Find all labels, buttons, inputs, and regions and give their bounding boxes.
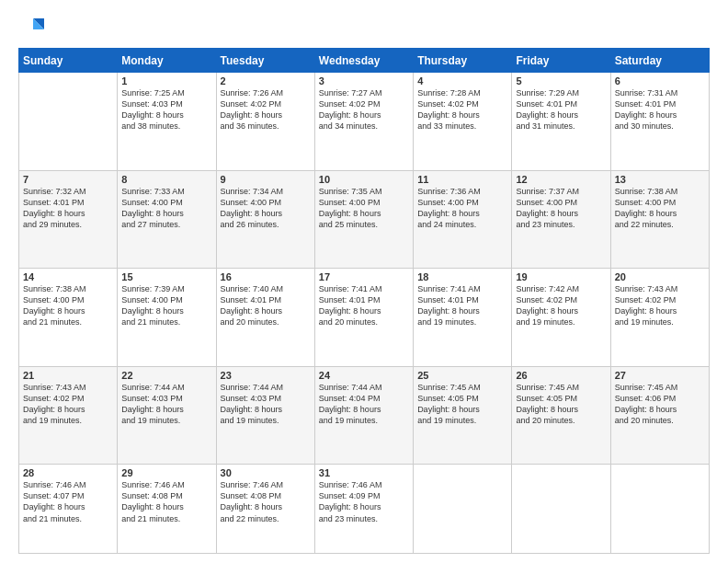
calendar-cell: 14Sunrise: 7:38 AM Sunset: 4:00 PM Dayli… <box>19 269 118 367</box>
day-of-week-header: Saturday <box>610 49 709 73</box>
day-number: 23 <box>221 370 311 381</box>
day-number: 12 <box>516 174 606 185</box>
day-info: Sunrise: 7:44 AM Sunset: 4:03 PM Dayligh… <box>221 382 311 427</box>
day-info: Sunrise: 7:31 AM Sunset: 4:01 PM Dayligh… <box>615 87 705 132</box>
calendar-cell: 11Sunrise: 7:36 AM Sunset: 4:00 PM Dayli… <box>414 170 512 269</box>
calendar-cell: 2Sunrise: 7:26 AM Sunset: 4:02 PM Daylig… <box>216 73 314 171</box>
calendar-week-row: 1Sunrise: 7:25 AM Sunset: 4:03 PM Daylig… <box>19 73 710 171</box>
day-info: Sunrise: 7:43 AM Sunset: 4:02 PM Dayligh… <box>23 382 113 427</box>
day-number: 1 <box>121 75 211 86</box>
calendar-header-row: SundayMondayTuesdayWednesdayThursdayFrid… <box>19 49 710 73</box>
logo <box>18 15 48 40</box>
day-info: Sunrise: 7:46 AM Sunset: 4:08 PM Dayligh… <box>221 479 311 524</box>
day-info: Sunrise: 7:41 AM Sunset: 4:01 PM Dayligh… <box>417 283 507 328</box>
day-number: 16 <box>221 271 311 282</box>
calendar-cell: 1Sunrise: 7:25 AM Sunset: 4:03 PM Daylig… <box>118 73 216 171</box>
day-info: Sunrise: 7:46 AM Sunset: 4:07 PM Dayligh… <box>23 479 113 524</box>
day-number: 31 <box>319 467 409 478</box>
calendar-cell: 21Sunrise: 7:43 AM Sunset: 4:02 PM Dayli… <box>19 366 118 465</box>
day-number: 4 <box>417 75 507 86</box>
day-number: 22 <box>121 370 211 381</box>
page: SundayMondayTuesdayWednesdayThursdayFrid… <box>0 0 728 563</box>
calendar-cell: 3Sunrise: 7:27 AM Sunset: 4:02 PM Daylig… <box>314 73 413 171</box>
calendar-cell: 19Sunrise: 7:42 AM Sunset: 4:02 PM Dayli… <box>512 269 610 367</box>
day-info: Sunrise: 7:33 AM Sunset: 4:00 PM Dayligh… <box>121 186 211 231</box>
day-number: 14 <box>23 271 113 282</box>
day-number: 15 <box>121 271 211 282</box>
day-number: 26 <box>516 370 606 381</box>
day-number: 6 <box>615 75 705 86</box>
day-number: 9 <box>221 174 311 185</box>
day-info: Sunrise: 7:26 AM Sunset: 4:02 PM Dayligh… <box>221 87 311 132</box>
day-number: 3 <box>319 75 409 86</box>
day-info: Sunrise: 7:35 AM Sunset: 4:00 PM Dayligh… <box>319 186 409 231</box>
day-number: 2 <box>221 75 311 86</box>
day-number: 25 <box>417 370 507 381</box>
calendar-cell: 17Sunrise: 7:41 AM Sunset: 4:01 PM Dayli… <box>314 269 413 367</box>
day-info: Sunrise: 7:38 AM Sunset: 4:00 PM Dayligh… <box>615 186 705 231</box>
calendar-cell: 30Sunrise: 7:46 AM Sunset: 4:08 PM Dayli… <box>216 465 314 554</box>
day-info: Sunrise: 7:27 AM Sunset: 4:02 PM Dayligh… <box>319 87 409 132</box>
calendar-cell: 27Sunrise: 7:45 AM Sunset: 4:06 PM Dayli… <box>610 366 709 465</box>
calendar-cell: 15Sunrise: 7:39 AM Sunset: 4:00 PM Dayli… <box>118 269 216 367</box>
calendar-cell: 22Sunrise: 7:44 AM Sunset: 4:03 PM Dayli… <box>118 366 216 465</box>
day-number: 21 <box>23 370 113 381</box>
day-number: 10 <box>319 174 409 185</box>
day-info: Sunrise: 7:46 AM Sunset: 4:08 PM Dayligh… <box>121 479 211 524</box>
calendar-cell: 12Sunrise: 7:37 AM Sunset: 4:00 PM Dayli… <box>512 170 610 269</box>
day-info: Sunrise: 7:38 AM Sunset: 4:00 PM Dayligh… <box>23 283 113 328</box>
day-of-week-header: Wednesday <box>314 49 413 73</box>
day-info: Sunrise: 7:43 AM Sunset: 4:02 PM Dayligh… <box>615 283 705 328</box>
day-info: Sunrise: 7:28 AM Sunset: 4:02 PM Dayligh… <box>417 87 507 132</box>
day-number: 27 <box>615 370 705 381</box>
calendar-cell: 23Sunrise: 7:44 AM Sunset: 4:03 PM Dayli… <box>216 366 314 465</box>
calendar-cell: 4Sunrise: 7:28 AM Sunset: 4:02 PM Daylig… <box>414 73 512 171</box>
day-number: 11 <box>417 174 507 185</box>
day-info: Sunrise: 7:29 AM Sunset: 4:01 PM Dayligh… <box>516 87 606 132</box>
calendar-cell: 20Sunrise: 7:43 AM Sunset: 4:02 PM Dayli… <box>610 269 709 367</box>
day-info: Sunrise: 7:34 AM Sunset: 4:00 PM Dayligh… <box>221 186 311 231</box>
day-number: 18 <box>417 271 507 282</box>
day-info: Sunrise: 7:40 AM Sunset: 4:01 PM Dayligh… <box>221 283 311 328</box>
day-number: 7 <box>23 174 113 185</box>
calendar-cell: 24Sunrise: 7:44 AM Sunset: 4:04 PM Dayli… <box>314 366 413 465</box>
day-info: Sunrise: 7:46 AM Sunset: 4:09 PM Dayligh… <box>319 479 409 524</box>
calendar-cell <box>414 465 512 554</box>
calendar-week-row: 7Sunrise: 7:32 AM Sunset: 4:01 PM Daylig… <box>19 170 710 269</box>
calendar-cell: 10Sunrise: 7:35 AM Sunset: 4:00 PM Dayli… <box>314 170 413 269</box>
calendar-cell: 31Sunrise: 7:46 AM Sunset: 4:09 PM Dayli… <box>314 465 413 554</box>
calendar-cell: 6Sunrise: 7:31 AM Sunset: 4:01 PM Daylig… <box>610 73 709 171</box>
day-number: 20 <box>615 271 705 282</box>
day-info: Sunrise: 7:37 AM Sunset: 4:00 PM Dayligh… <box>516 186 606 231</box>
calendar-cell <box>512 465 610 554</box>
day-info: Sunrise: 7:44 AM Sunset: 4:04 PM Dayligh… <box>319 382 409 427</box>
day-info: Sunrise: 7:45 AM Sunset: 4:05 PM Dayligh… <box>417 382 507 427</box>
calendar-cell: 5Sunrise: 7:29 AM Sunset: 4:01 PM Daylig… <box>512 73 610 171</box>
calendar-cell: 9Sunrise: 7:34 AM Sunset: 4:00 PM Daylig… <box>216 170 314 269</box>
day-info: Sunrise: 7:36 AM Sunset: 4:00 PM Dayligh… <box>417 186 507 231</box>
day-of-week-header: Thursday <box>414 49 512 73</box>
calendar-cell: 18Sunrise: 7:41 AM Sunset: 4:01 PM Dayli… <box>414 269 512 367</box>
day-of-week-header: Monday <box>118 49 216 73</box>
day-info: Sunrise: 7:45 AM Sunset: 4:05 PM Dayligh… <box>516 382 606 427</box>
day-number: 30 <box>221 467 311 478</box>
day-number: 28 <box>23 467 113 478</box>
calendar-week-row: 28Sunrise: 7:46 AM Sunset: 4:07 PM Dayli… <box>19 465 710 554</box>
day-info: Sunrise: 7:25 AM Sunset: 4:03 PM Dayligh… <box>121 87 211 132</box>
calendar-cell: 28Sunrise: 7:46 AM Sunset: 4:07 PM Dayli… <box>19 465 118 554</box>
day-info: Sunrise: 7:39 AM Sunset: 4:00 PM Dayligh… <box>121 283 211 328</box>
calendar-cell: 26Sunrise: 7:45 AM Sunset: 4:05 PM Dayli… <box>512 366 610 465</box>
day-info: Sunrise: 7:44 AM Sunset: 4:03 PM Dayligh… <box>121 382 211 427</box>
day-info: Sunrise: 7:42 AM Sunset: 4:02 PM Dayligh… <box>516 283 606 328</box>
calendar-week-row: 14Sunrise: 7:38 AM Sunset: 4:00 PM Dayli… <box>19 269 710 367</box>
day-of-week-header: Friday <box>512 49 610 73</box>
day-info: Sunrise: 7:45 AM Sunset: 4:06 PM Dayligh… <box>615 382 705 427</box>
day-info: Sunrise: 7:32 AM Sunset: 4:01 PM Dayligh… <box>23 186 113 231</box>
day-number: 8 <box>121 174 211 185</box>
calendar-cell: 16Sunrise: 7:40 AM Sunset: 4:01 PM Dayli… <box>216 269 314 367</box>
logo-icon <box>18 15 44 40</box>
day-number: 5 <box>516 75 606 86</box>
calendar-cell <box>19 73 118 171</box>
calendar-cell <box>610 465 709 554</box>
day-number: 24 <box>319 370 409 381</box>
